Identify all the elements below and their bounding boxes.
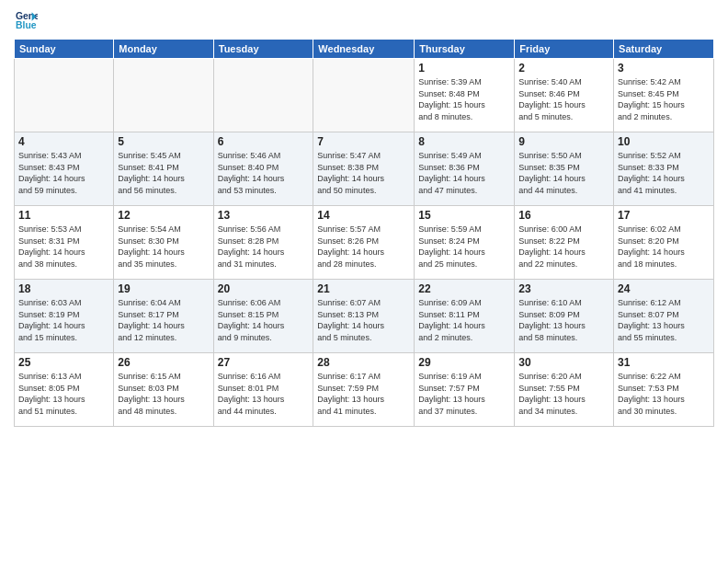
day-detail: Sunrise: 6:22 AM Sunset: 7:53 PM Dayligh… (618, 371, 710, 417)
day-number: 4 (18, 135, 109, 148)
day-number: 28 (317, 356, 410, 369)
day-detail: Sunrise: 6:10 AM Sunset: 8:09 PM Dayligh… (518, 297, 609, 343)
calendar-week-row: 25Sunrise: 6:13 AM Sunset: 8:05 PM Dayli… (15, 353, 714, 427)
day-detail: Sunrise: 6:13 AM Sunset: 8:05 PM Dayligh… (18, 371, 109, 417)
day-number: 1 (418, 62, 510, 75)
calendar-header-wednesday: Wednesday (313, 40, 415, 59)
day-detail: Sunrise: 5:50 AM Sunset: 8:35 PM Dayligh… (518, 150, 609, 196)
calendar-table: SundayMondayTuesdayWednesdayThursdayFrid… (14, 39, 714, 427)
calendar-cell: 8Sunrise: 5:49 AM Sunset: 8:36 PM Daylig… (415, 132, 515, 206)
calendar-cell: 28Sunrise: 6:17 AM Sunset: 7:59 PM Dayli… (313, 353, 415, 427)
day-detail: Sunrise: 5:49 AM Sunset: 8:36 PM Dayligh… (418, 150, 510, 196)
day-detail: Sunrise: 5:40 AM Sunset: 8:46 PM Dayligh… (518, 76, 609, 122)
day-number: 11 (18, 209, 109, 222)
calendar-week-row: 4Sunrise: 5:43 AM Sunset: 8:43 PM Daylig… (15, 132, 714, 206)
day-number: 21 (317, 282, 410, 295)
day-number: 14 (317, 209, 410, 222)
logo-icon: General Blue (16, 9, 38, 31)
calendar-cell: 30Sunrise: 6:20 AM Sunset: 7:55 PM Dayli… (515, 353, 614, 427)
calendar-cell: 14Sunrise: 5:57 AM Sunset: 8:26 PM Dayli… (313, 206, 415, 280)
day-detail: Sunrise: 6:02 AM Sunset: 8:20 PM Dayligh… (618, 224, 710, 270)
header: General Blue (14, 9, 714, 31)
day-detail: Sunrise: 5:57 AM Sunset: 8:26 PM Dayligh… (317, 224, 410, 270)
calendar-header-saturday: Saturday (614, 40, 714, 59)
day-detail: Sunrise: 6:19 AM Sunset: 7:57 PM Dayligh… (418, 371, 510, 417)
day-detail: Sunrise: 5:43 AM Sunset: 8:43 PM Dayligh… (18, 150, 109, 196)
day-detail: Sunrise: 6:07 AM Sunset: 8:13 PM Dayligh… (317, 297, 410, 343)
calendar-header-tuesday: Tuesday (213, 40, 313, 59)
day-number: 10 (618, 135, 710, 148)
calendar-cell: 19Sunrise: 6:04 AM Sunset: 8:17 PM Dayli… (114, 280, 213, 353)
calendar-cell: 20Sunrise: 6:06 AM Sunset: 8:15 PM Dayli… (213, 280, 313, 353)
calendar-header-row: SundayMondayTuesdayWednesdayThursdayFrid… (15, 40, 714, 59)
calendar-cell: 22Sunrise: 6:09 AM Sunset: 8:11 PM Dayli… (415, 280, 515, 353)
calendar-cell: 2Sunrise: 5:40 AM Sunset: 8:46 PM Daylig… (515, 59, 614, 132)
calendar-header-sunday: Sunday (15, 40, 114, 59)
day-detail: Sunrise: 6:03 AM Sunset: 8:19 PM Dayligh… (18, 297, 109, 343)
day-number: 7 (317, 135, 410, 148)
day-detail: Sunrise: 6:04 AM Sunset: 8:17 PM Dayligh… (118, 297, 209, 343)
day-detail: Sunrise: 5:54 AM Sunset: 8:30 PM Dayligh… (118, 224, 209, 270)
day-number: 12 (118, 209, 209, 222)
day-number: 19 (118, 282, 209, 295)
day-number: 25 (18, 356, 109, 369)
day-number: 15 (418, 209, 510, 222)
day-number: 5 (118, 135, 209, 148)
day-number: 20 (218, 282, 310, 295)
calendar-cell: 5Sunrise: 5:45 AM Sunset: 8:41 PM Daylig… (114, 132, 213, 206)
day-number: 6 (218, 135, 310, 148)
day-detail: Sunrise: 5:47 AM Sunset: 8:38 PM Dayligh… (317, 150, 410, 196)
day-detail: Sunrise: 5:46 AM Sunset: 8:40 PM Dayligh… (218, 150, 310, 196)
calendar-cell: 27Sunrise: 6:16 AM Sunset: 8:01 PM Dayli… (213, 353, 313, 427)
calendar-cell (15, 59, 114, 132)
day-number: 2 (518, 62, 609, 75)
day-detail: Sunrise: 6:17 AM Sunset: 7:59 PM Dayligh… (317, 371, 410, 417)
day-detail: Sunrise: 5:45 AM Sunset: 8:41 PM Dayligh… (118, 150, 209, 196)
day-number: 16 (518, 209, 609, 222)
calendar-cell: 7Sunrise: 5:47 AM Sunset: 8:38 PM Daylig… (313, 132, 415, 206)
calendar-header-thursday: Thursday (415, 40, 515, 59)
calendar-cell: 13Sunrise: 5:56 AM Sunset: 8:28 PM Dayli… (213, 206, 313, 280)
calendar-cell: 21Sunrise: 6:07 AM Sunset: 8:13 PM Dayli… (313, 280, 415, 353)
day-detail: Sunrise: 6:20 AM Sunset: 7:55 PM Dayligh… (518, 371, 609, 417)
calendar-cell: 9Sunrise: 5:50 AM Sunset: 8:35 PM Daylig… (515, 132, 614, 206)
calendar-cell: 17Sunrise: 6:02 AM Sunset: 8:20 PM Dayli… (614, 206, 714, 280)
calendar-cell: 24Sunrise: 6:12 AM Sunset: 8:07 PM Dayli… (614, 280, 714, 353)
calendar-cell: 25Sunrise: 6:13 AM Sunset: 8:05 PM Dayli… (15, 353, 114, 427)
day-number: 27 (218, 356, 310, 369)
day-detail: Sunrise: 6:12 AM Sunset: 8:07 PM Dayligh… (618, 297, 710, 343)
calendar-cell (114, 59, 213, 132)
calendar-cell: 4Sunrise: 5:43 AM Sunset: 8:43 PM Daylig… (15, 132, 114, 206)
calendar-cell: 10Sunrise: 5:52 AM Sunset: 8:33 PM Dayli… (614, 132, 714, 206)
calendar-cell: 1Sunrise: 5:39 AM Sunset: 8:48 PM Daylig… (415, 59, 515, 132)
calendar-week-row: 1Sunrise: 5:39 AM Sunset: 8:48 PM Daylig… (15, 59, 714, 132)
calendar-cell (313, 59, 415, 132)
day-number: 24 (618, 282, 710, 295)
day-detail: Sunrise: 5:39 AM Sunset: 8:48 PM Dayligh… (418, 76, 510, 122)
logo: General Blue (14, 9, 41, 31)
day-number: 3 (618, 62, 710, 75)
day-number: 17 (618, 209, 710, 222)
day-number: 8 (418, 135, 510, 148)
day-number: 13 (218, 209, 310, 222)
calendar-cell: 6Sunrise: 5:46 AM Sunset: 8:40 PM Daylig… (213, 132, 313, 206)
day-number: 30 (518, 356, 609, 369)
day-detail: Sunrise: 6:15 AM Sunset: 8:03 PM Dayligh… (118, 371, 209, 417)
calendar-cell: 3Sunrise: 5:42 AM Sunset: 8:45 PM Daylig… (614, 59, 714, 132)
day-detail: Sunrise: 6:06 AM Sunset: 8:15 PM Dayligh… (218, 297, 310, 343)
calendar-cell: 16Sunrise: 6:00 AM Sunset: 8:22 PM Dayli… (515, 206, 614, 280)
svg-text:Blue: Blue (16, 20, 37, 30)
day-detail: Sunrise: 6:09 AM Sunset: 8:11 PM Dayligh… (418, 297, 510, 343)
day-number: 29 (418, 356, 510, 369)
calendar-week-row: 11Sunrise: 5:53 AM Sunset: 8:31 PM Dayli… (15, 206, 714, 280)
calendar-cell: 29Sunrise: 6:19 AM Sunset: 7:57 PM Dayli… (415, 353, 515, 427)
calendar-cell: 18Sunrise: 6:03 AM Sunset: 8:19 PM Dayli… (15, 280, 114, 353)
day-detail: Sunrise: 6:16 AM Sunset: 8:01 PM Dayligh… (218, 371, 310, 417)
day-detail: Sunrise: 6:00 AM Sunset: 8:22 PM Dayligh… (518, 224, 609, 270)
day-number: 26 (118, 356, 209, 369)
day-detail: Sunrise: 5:53 AM Sunset: 8:31 PM Dayligh… (18, 224, 109, 270)
calendar-cell: 23Sunrise: 6:10 AM Sunset: 8:09 PM Dayli… (515, 280, 614, 353)
calendar-cell: 26Sunrise: 6:15 AM Sunset: 8:03 PM Dayli… (114, 353, 213, 427)
page: General Blue SundayMondayTuesdayWednesda… (0, 0, 728, 563)
calendar-cell: 15Sunrise: 5:59 AM Sunset: 8:24 PM Dayli… (415, 206, 515, 280)
